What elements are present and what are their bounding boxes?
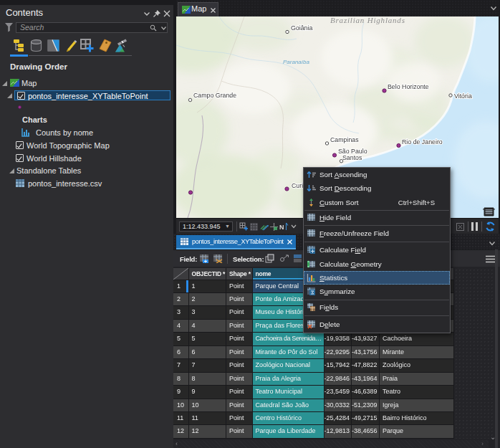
svg-text:Campo Grande: Campo Grande: [193, 92, 236, 99]
svg-text:Campinas: Campinas: [330, 136, 359, 143]
svg-text:Rio de Janeiro: Rio de Janeiro: [402, 138, 443, 146]
svg-text:Santos: Santos: [342, 154, 362, 161]
svg-text:N: N: [279, 224, 284, 231]
svg-text:São Paulo: São Paulo: [338, 148, 367, 155]
svg-text:Belo Horizonte: Belo Horizonte: [388, 83, 429, 90]
svg-text:Goiânia: Goiânia: [291, 24, 312, 32]
svg-text:Brazilian Highlands: Brazilian Highlands: [330, 16, 405, 24]
svg-text:Paranaíba: Paranaíba: [283, 59, 309, 65]
svg-text:Vitória: Vitória: [454, 92, 472, 100]
